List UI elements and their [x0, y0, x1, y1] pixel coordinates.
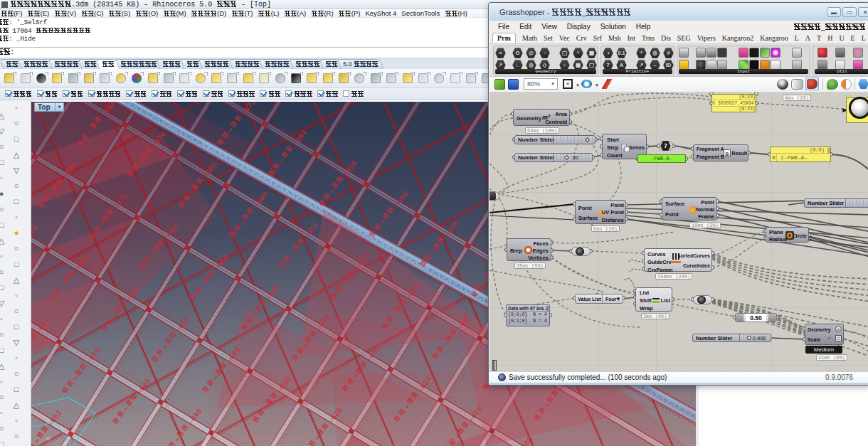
svg-text:x2: x2	[46, 436, 51, 441]
